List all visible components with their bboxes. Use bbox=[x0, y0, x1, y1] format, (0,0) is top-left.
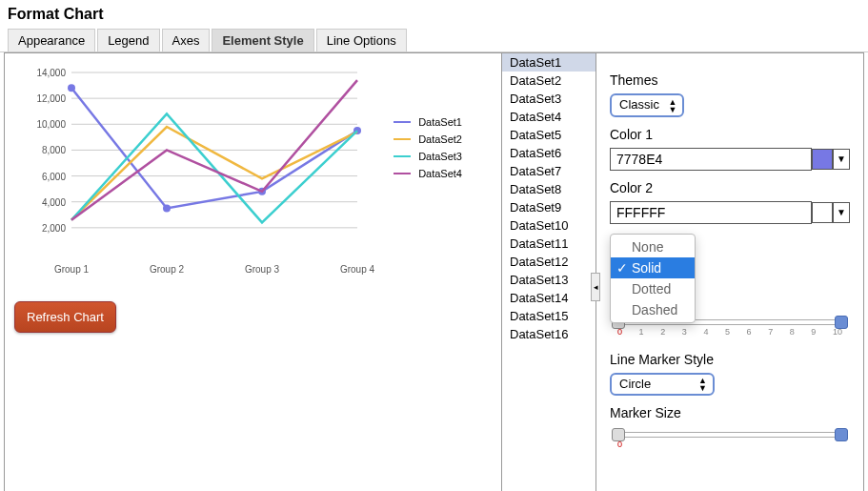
marker-style-value: Circle bbox=[619, 377, 651, 391]
properties-panel: ◂ Themes Classic ▲▼ Color 1 ▼ Color 2 ▼ … bbox=[596, 53, 863, 491]
slider-tick: 10 bbox=[833, 327, 842, 337]
slider-tick: 1 bbox=[639, 327, 644, 337]
slider-tick: 0 bbox=[617, 327, 622, 337]
color1-input[interactable] bbox=[610, 148, 812, 171]
svg-text:6,000: 6,000 bbox=[42, 172, 66, 182]
svg-text:Group 3: Group 3 bbox=[245, 264, 280, 275]
svg-text:2,000: 2,000 bbox=[42, 223, 66, 234]
svg-point-19 bbox=[163, 205, 171, 213]
marker-style-select[interactable]: Circle ▲▼ bbox=[610, 373, 715, 396]
dataset-item[interactable]: DataSet6 bbox=[502, 144, 595, 162]
slider-tick: 4 bbox=[703, 327, 708, 337]
dataset-item[interactable]: DataSet9 bbox=[502, 198, 595, 216]
svg-text:14,000: 14,000 bbox=[36, 68, 66, 78]
dataset-item[interactable]: DataSet1 bbox=[502, 53, 595, 72]
legend-item: DataSet3 bbox=[394, 151, 462, 162]
themes-select[interactable]: Classic ▲▼ bbox=[610, 93, 684, 117]
svg-text:8,000: 8,000 bbox=[42, 145, 66, 155]
marker-size-slider[interactable]: 0 bbox=[610, 426, 850, 455]
marker-style-label: Line Marker Style bbox=[610, 352, 850, 367]
dataset-list[interactable]: DataSet1DataSet2DataSet3DataSet4DataSet5… bbox=[502, 53, 595, 343]
page-title: Format Chart bbox=[8, 6, 860, 23]
select-arrows-icon: ▲▼ bbox=[698, 377, 707, 392]
legend-item: DataSet1 bbox=[394, 116, 462, 128]
color1-dropdown-button[interactable]: ▼ bbox=[833, 149, 850, 170]
color2-dropdown-button[interactable]: ▼ bbox=[833, 202, 850, 223]
dataset-item[interactable]: DataSet4 bbox=[502, 108, 595, 126]
dataset-item[interactable]: DataSet15 bbox=[502, 307, 595, 325]
svg-text:12,000: 12,000 bbox=[36, 93, 66, 104]
line-style-option[interactable]: None bbox=[611, 236, 695, 257]
tab-legend[interactable]: Legend bbox=[97, 29, 159, 51]
tab-appearance[interactable]: Appearance bbox=[8, 29, 95, 51]
line-style-option[interactable]: Dashed bbox=[611, 299, 695, 320]
color2-swatch[interactable] bbox=[812, 202, 833, 223]
chart-legend: DataSet1DataSet2DataSet3DataSet4 bbox=[394, 111, 462, 185]
svg-text:4,000: 4,000 bbox=[42, 197, 66, 208]
svg-text:Group 4: Group 4 bbox=[340, 264, 375, 275]
svg-text:Group 2: Group 2 bbox=[150, 264, 185, 275]
slider-tick: 2 bbox=[660, 327, 665, 337]
tab-axes[interactable]: Axes bbox=[162, 29, 211, 51]
dataset-item[interactable]: DataSet14 bbox=[502, 289, 595, 307]
svg-text:10,000: 10,000 bbox=[36, 119, 66, 130]
tab-element-style[interactable]: Element Style bbox=[212, 29, 313, 51]
line-style-option[interactable]: Solid bbox=[611, 257, 695, 278]
dataset-item[interactable]: DataSet2 bbox=[502, 72, 595, 90]
dataset-item[interactable]: DataSet8 bbox=[502, 180, 595, 198]
dataset-item[interactable]: DataSet13 bbox=[502, 271, 595, 289]
slider-tick: 7 bbox=[768, 327, 773, 337]
slider-tick: 9 bbox=[811, 327, 816, 337]
slider-tick: 6 bbox=[747, 327, 752, 337]
marker-size-label: Marker Size bbox=[610, 405, 850, 420]
svg-point-18 bbox=[68, 84, 75, 92]
themes-label: Themes bbox=[610, 72, 850, 88]
color2-input[interactable] bbox=[610, 201, 812, 224]
legend-item: DataSet4 bbox=[394, 168, 462, 179]
slider-tick: 5 bbox=[725, 327, 730, 337]
slider-tick: 3 bbox=[682, 327, 687, 337]
slider-tick: 8 bbox=[790, 327, 795, 337]
tab-line-options[interactable]: Line Options bbox=[316, 29, 407, 51]
refresh-chart-button[interactable]: Refresh Chart bbox=[14, 301, 116, 333]
themes-value: Classic bbox=[619, 97, 659, 112]
color1-swatch[interactable] bbox=[812, 149, 833, 170]
svg-text:Group 1: Group 1 bbox=[54, 264, 90, 275]
slider-track bbox=[617, 432, 842, 438]
slider-tick-zero: 0 bbox=[617, 440, 622, 449]
legend-item: DataSet2 bbox=[394, 133, 462, 145]
line-style-dropdown-open[interactable]: NoneSolidDottedDashed bbox=[610, 234, 696, 323]
select-arrows-icon: ▲▼ bbox=[669, 98, 677, 113]
slider-ticks: 0 bbox=[617, 440, 842, 449]
color2-label: Color 2 bbox=[610, 180, 850, 195]
dataset-item[interactable]: DataSet11 bbox=[502, 235, 595, 253]
color1-label: Color 1 bbox=[610, 127, 850, 142]
dataset-item[interactable]: DataSet12 bbox=[502, 253, 595, 271]
tabs-bar: AppearanceLegendAxesElement StyleLine Op… bbox=[0, 25, 868, 52]
dataset-item[interactable]: DataSet16 bbox=[502, 325, 595, 343]
dataset-item[interactable]: DataSet3 bbox=[502, 90, 595, 108]
chart-panel: 2,0004,0006,0008,00010,00012,00014,000Gr… bbox=[5, 53, 501, 491]
dataset-item[interactable]: DataSet10 bbox=[502, 216, 595, 235]
dataset-list-panel: DataSet1DataSet2DataSet3DataSet4DataSet5… bbox=[501, 53, 596, 491]
dataset-item[interactable]: DataSet5 bbox=[502, 126, 595, 144]
line-style-option[interactable]: Dotted bbox=[611, 278, 695, 299]
panel-collapse-handle[interactable]: ◂ bbox=[591, 273, 600, 301]
slider-ticks: 012345678910 bbox=[617, 327, 842, 337]
dataset-item[interactable]: DataSet7 bbox=[502, 162, 595, 180]
